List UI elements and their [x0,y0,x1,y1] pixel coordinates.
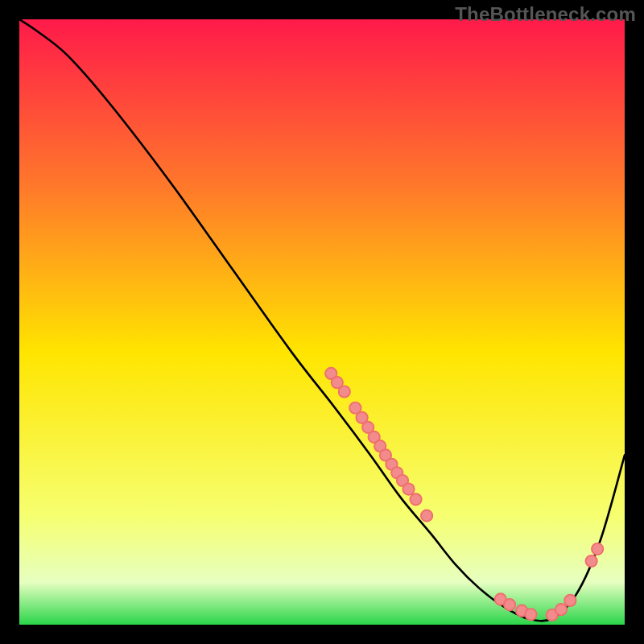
plot-area [19,19,625,625]
data-point [339,386,350,397]
gradient-background [19,19,625,625]
data-point [555,604,567,615]
data-point [585,555,597,567]
watermark-label: TheBottleneck.com [455,3,636,26]
chart-canvas: TheBottleneck.com [0,0,644,644]
data-point [421,510,432,521]
data-point [410,493,421,505]
data-point [592,543,603,555]
data-point [525,609,536,620]
chart-svg [19,19,625,625]
data-point [564,595,576,606]
data-point [402,483,414,494]
data-point [504,599,515,610]
